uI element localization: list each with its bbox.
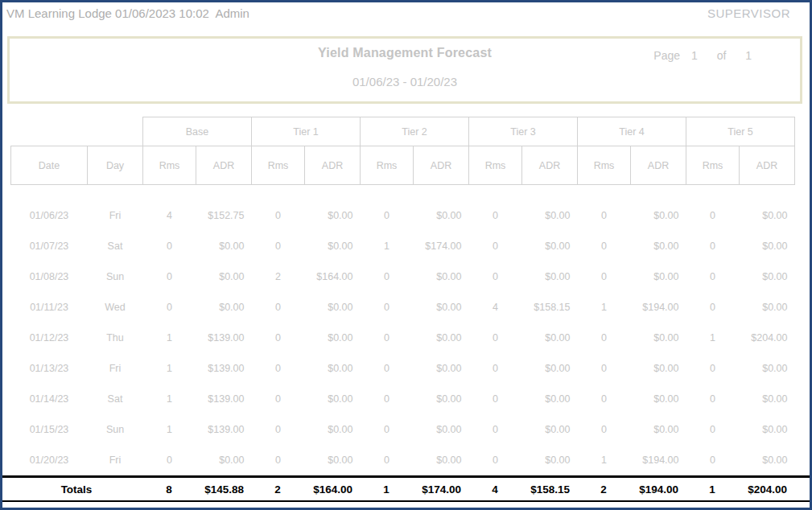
adr-value-cell: $0.00 bbox=[522, 323, 578, 353]
rms-value-cell: 0 bbox=[143, 445, 196, 475]
rms-column-header: Rms bbox=[252, 146, 305, 185]
adr-value-cell: $0.00 bbox=[414, 200, 469, 231]
adr-value-cell: $0.00 bbox=[631, 200, 686, 231]
rms-value-cell: 0 bbox=[252, 384, 305, 414]
adr-value-cell: $139.00 bbox=[196, 384, 252, 414]
adr-value-cell: $0.00 bbox=[631, 231, 686, 261]
day-cell: Fri bbox=[88, 445, 143, 475]
rms-value-cell: 0 bbox=[686, 445, 740, 475]
rms-value-cell: 1 bbox=[686, 323, 740, 353]
group-header-tier-2: Tier 2 bbox=[361, 117, 469, 146]
adr-value-cell: $0.00 bbox=[740, 445, 795, 475]
totals-rms-cell: 8 bbox=[142, 478, 196, 500]
adr-value-cell: $0.00 bbox=[522, 200, 578, 231]
rms-value-cell: 1 bbox=[578, 445, 631, 475]
totals-adr-cell: $164.00 bbox=[304, 478, 360, 500]
day-column-header: Day bbox=[88, 146, 143, 185]
rms-value-cell: 0 bbox=[361, 384, 414, 414]
adr-column-header: ADR bbox=[414, 146, 469, 185]
adr-value-cell: $0.00 bbox=[740, 200, 795, 231]
rms-value-cell: 0 bbox=[469, 414, 522, 445]
table-row: 01/15/23Sun1$139.000$0.000$0.000$0.000$0… bbox=[11, 414, 795, 445]
rms-value-cell: 0 bbox=[361, 292, 414, 323]
adr-value-cell: $0.00 bbox=[740, 414, 795, 445]
group-header-base: Base bbox=[143, 117, 252, 146]
rms-value-cell: 0 bbox=[578, 353, 631, 384]
date-cell: 01/13/23 bbox=[11, 353, 88, 384]
rms-value-cell: 1 bbox=[143, 353, 196, 384]
table-row: 01/14/23Sat1$139.000$0.000$0.000$0.000$0… bbox=[11, 384, 795, 414]
rms-value-cell: 0 bbox=[252, 323, 305, 353]
adr-value-cell: $0.00 bbox=[305, 292, 361, 323]
rms-value-cell: 0 bbox=[252, 292, 305, 323]
rms-value-cell: 0 bbox=[252, 200, 305, 231]
adr-value-cell: $0.00 bbox=[196, 292, 252, 323]
adr-column-header: ADR bbox=[631, 146, 686, 185]
page-indicator: Page 1 of 1 bbox=[653, 49, 752, 62]
report-date-range: 01/06/23 - 01/20/23 bbox=[10, 75, 800, 88]
adr-value-cell: $0.00 bbox=[740, 292, 795, 323]
date-cell: 01/06/23 bbox=[11, 200, 88, 231]
rms-value-cell: 0 bbox=[578, 261, 631, 292]
adr-column-header: ADR bbox=[522, 146, 578, 185]
adr-value-cell: $0.00 bbox=[305, 353, 361, 384]
day-cell: Sun bbox=[88, 261, 143, 292]
date-cell: 01/11/23 bbox=[11, 292, 88, 323]
property-date-user-label: VM Learning Lodge 01/06/2023 10:02 Admin bbox=[6, 6, 249, 20]
adr-value-cell: $0.00 bbox=[305, 384, 361, 414]
date-column-header: Date bbox=[11, 146, 88, 185]
date-cell: 01/12/23 bbox=[11, 323, 88, 353]
rms-value-cell: 0 bbox=[361, 414, 414, 445]
day-cell: Fri bbox=[88, 353, 143, 384]
adr-value-cell: $0.00 bbox=[414, 323, 469, 353]
adr-value-cell: $194.00 bbox=[631, 292, 686, 323]
rms-value-cell: 0 bbox=[469, 445, 522, 475]
adr-value-cell: $0.00 bbox=[631, 353, 686, 384]
adr-column-header: ADR bbox=[305, 146, 361, 185]
rms-value-cell: 0 bbox=[686, 353, 740, 384]
adr-value-cell: $0.00 bbox=[414, 414, 469, 445]
group-row-spacer bbox=[11, 117, 143, 146]
table-row: 01/12/23Thu1$139.000$0.000$0.000$0.000$0… bbox=[11, 323, 795, 353]
adr-value-cell: $0.00 bbox=[522, 414, 578, 445]
adr-value-cell: $0.00 bbox=[414, 292, 469, 323]
role-label: SUPERVISOR bbox=[707, 6, 790, 20]
adr-value-cell: $194.00 bbox=[631, 445, 686, 475]
totals-band: Totals8$145.882$164.001$174.004$158.152$… bbox=[2, 475, 810, 502]
rms-value-cell: 0 bbox=[143, 231, 196, 261]
report-header-box: Yield Management Forecast 01/06/23 - 01/… bbox=[7, 36, 802, 104]
adr-value-cell: $0.00 bbox=[522, 384, 578, 414]
date-cell: 01/20/23 bbox=[11, 445, 88, 475]
day-cell: Sun bbox=[88, 414, 143, 445]
of-label: of bbox=[717, 49, 727, 62]
rms-value-cell: 0 bbox=[469, 261, 522, 292]
day-cell: Sat bbox=[88, 231, 143, 261]
adr-value-cell: $0.00 bbox=[305, 414, 361, 445]
rms-value-cell: 1 bbox=[578, 292, 631, 323]
table-row: 01/06/23Fri4$152.750$0.000$0.000$0.000$0… bbox=[11, 200, 795, 231]
totals-adr-cell: $174.00 bbox=[413, 478, 468, 500]
date-cell: 01/08/23 bbox=[11, 261, 88, 292]
totals-label: Totals bbox=[10, 478, 142, 500]
table-row: 01/20/23Fri0$0.000$0.000$0.000$0.001$194… bbox=[11, 445, 795, 475]
rms-value-cell: 2 bbox=[252, 261, 305, 292]
spacer-cell bbox=[11, 185, 795, 200]
rms-value-cell: 0 bbox=[469, 323, 522, 353]
rms-column-header: Rms bbox=[686, 146, 740, 185]
adr-value-cell: $0.00 bbox=[631, 384, 686, 414]
rms-value-cell: 0 bbox=[143, 261, 196, 292]
adr-value-cell: $0.00 bbox=[414, 261, 469, 292]
group-header-tier-3: Tier 3 bbox=[469, 117, 578, 146]
day-cell: Sat bbox=[88, 384, 143, 414]
rms-value-cell: 0 bbox=[361, 261, 414, 292]
rms-value-cell: 0 bbox=[143, 292, 196, 323]
rms-value-cell: 0 bbox=[252, 414, 305, 445]
day-cell: Wed bbox=[88, 292, 143, 323]
adr-value-cell: $0.00 bbox=[631, 414, 686, 445]
rms-value-cell: 1 bbox=[143, 323, 196, 353]
rms-value-cell: 0 bbox=[578, 231, 631, 261]
rms-value-cell: 0 bbox=[686, 261, 740, 292]
adr-value-cell: $0.00 bbox=[740, 231, 795, 261]
group-header-tier-5: Tier 5 bbox=[686, 117, 795, 146]
totals-table: Totals8$145.882$164.001$174.004$158.152$… bbox=[10, 478, 794, 500]
